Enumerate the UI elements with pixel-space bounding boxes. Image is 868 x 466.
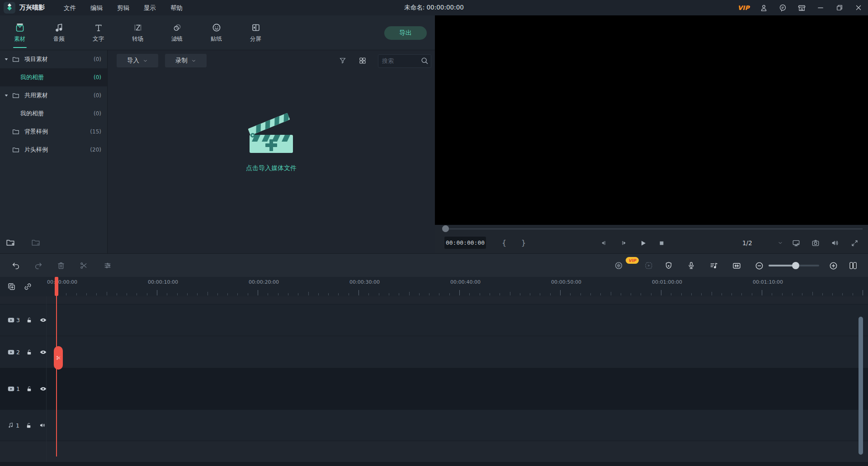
tree-item-project-media[interactable]: 项目素材 (0) <box>0 50 107 68</box>
search-icon[interactable] <box>420 56 429 65</box>
zoom-out-icon[interactable] <box>754 261 764 271</box>
add-track-icon[interactable] <box>6 282 16 292</box>
snapshot-camera-icon[interactable] <box>810 238 821 248</box>
tab-audio[interactable]: 音频 <box>39 15 79 50</box>
tree-item-my-album-project[interactable]: 我的相册 (0) <box>0 68 107 86</box>
feedback-icon[interactable] <box>773 0 792 15</box>
delete-icon[interactable] <box>56 261 66 271</box>
render-preview-icon[interactable] <box>614 261 624 271</box>
video-track-1[interactable]: 1 <box>0 368 868 410</box>
mark-out-button[interactable]: } <box>518 237 529 248</box>
display-device-icon[interactable] <box>791 238 802 248</box>
app-logo-icon <box>4 2 15 14</box>
play-button[interactable] <box>637 238 648 248</box>
dual-panel-toggle-icon[interactable] <box>848 261 858 271</box>
seek-handle[interactable] <box>442 225 449 232</box>
audio-track-icon <box>7 421 14 429</box>
preview-controls: 00:00:00:00 { } 1/2 <box>435 233 868 253</box>
tab-splitscreen[interactable]: 分屏 <box>236 15 275 50</box>
playhead-head[interactable] <box>55 277 58 296</box>
tree-item-shared-media[interactable]: 共用素材 (0) <box>0 86 107 105</box>
tree-item-my-album-shared[interactable]: 我的相册 (0) <box>0 105 107 123</box>
menu-view[interactable]: 显示 <box>137 0 163 15</box>
tree-item-intro-samples[interactable]: 片头样例 (20) <box>0 141 107 159</box>
export-button[interactable]: 导出 <box>384 26 427 40</box>
expand-caret-icon[interactable] <box>4 57 9 62</box>
media-browser: 导入 录制 <box>108 50 435 253</box>
import-button[interactable]: 导入 <box>117 54 158 67</box>
tab-filter[interactable]: 滤镜 <box>157 15 197 50</box>
auto-play-render-icon[interactable] <box>644 261 654 271</box>
video-viewport[interactable] <box>435 15 868 225</box>
link-clips-icon[interactable] <box>23 282 33 292</box>
tab-sticker[interactable]: 贴纸 <box>197 15 236 50</box>
split-scissors-icon[interactable] <box>79 261 89 271</box>
mark-in-button[interactable]: { <box>498 237 510 248</box>
import-media-empty-state[interactable]: 点击导入媒体文件 <box>108 109 435 172</box>
restore-button[interactable] <box>830 0 849 15</box>
zoom-slider-handle[interactable] <box>792 262 799 269</box>
lock-track-icon[interactable] <box>26 385 33 393</box>
timeline-zoom-slider[interactable] <box>769 265 819 266</box>
audio-mixer-icon[interactable] <box>709 261 719 271</box>
fullscreen-icon[interactable] <box>849 238 860 248</box>
chevron-down-icon <box>778 240 783 246</box>
menu-edit[interactable]: 编辑 <box>83 0 110 15</box>
previous-frame-button[interactable] <box>599 238 609 248</box>
close-button[interactable] <box>849 0 868 15</box>
menu-bar: 文件 编辑 剪辑 显示 帮助 <box>57 0 190 15</box>
chevron-down-icon <box>191 58 196 63</box>
record-voiceover-mic-icon[interactable] <box>686 261 696 271</box>
account-icon[interactable] <box>754 0 773 15</box>
menu-clip[interactable]: 剪辑 <box>110 0 137 15</box>
stop-button[interactable] <box>656 238 667 248</box>
video-track-3-header: 3 <box>0 304 46 336</box>
add-folder-icon[interactable] <box>5 238 15 247</box>
video-track-3[interactable]: 3 <box>0 304 868 336</box>
preview-page-select[interactable]: 1/2 <box>737 237 787 249</box>
lock-track-icon[interactable] <box>26 317 33 324</box>
grid-view-icon[interactable] <box>357 55 368 66</box>
playhead-split-handle[interactable] <box>54 346 63 370</box>
timeline-ruler[interactable]: 00:00:00:00 00:00:10:00 00:00:20:00 00:0… <box>0 277 868 297</box>
library-panel: 素材 音频 文字 转场 滤镜 贴纸 分屏 导出 <box>0 15 435 253</box>
tab-text[interactable]: 文字 <box>79 15 118 50</box>
mute-speaker-icon[interactable] <box>39 421 46 429</box>
adjust-properties-icon[interactable] <box>103 261 113 271</box>
expand-caret-icon[interactable] <box>4 93 9 98</box>
search-box[interactable] <box>378 54 431 68</box>
tab-media[interactable]: 素材 <box>0 15 39 50</box>
timeline-area: 00:00:00:00 00:00:10:00 00:00:20:00 00:0… <box>0 277 868 466</box>
store-icon[interactable] <box>792 0 811 15</box>
undo-icon[interactable] <box>11 261 21 271</box>
folder-icon <box>12 91 20 100</box>
timeline-empty-strip[interactable] <box>0 441 868 462</box>
timeline-drop-strip[interactable] <box>0 296 868 304</box>
tab-transition[interactable]: 转场 <box>118 15 157 50</box>
zoom-in-icon[interactable] <box>828 261 838 271</box>
timeline-vertical-scrollbar[interactable] <box>859 317 863 455</box>
seek-track[interactable] <box>448 228 863 229</box>
video-track-2-header: 2 <box>0 336 46 368</box>
record-button[interactable]: 录制 <box>165 54 207 67</box>
tree-item-background-samples[interactable]: 背景样例 (15) <box>0 123 107 141</box>
mask-shield-icon[interactable] <box>664 261 674 271</box>
search-input[interactable] <box>378 55 421 67</box>
video-track-2[interactable]: 2 <box>0 336 868 368</box>
filter-icon[interactable] <box>337 55 348 66</box>
menu-file[interactable]: 文件 <box>57 0 83 15</box>
folder-icon <box>12 55 20 63</box>
redo-icon[interactable] <box>33 261 43 271</box>
minimize-button[interactable] <box>811 0 830 15</box>
volume-icon[interactable] <box>830 238 840 248</box>
zoom-to-fit-icon[interactable] <box>731 261 741 271</box>
vip-button[interactable]: VIP <box>733 0 754 15</box>
audio-track-1[interactable]: 1 <box>0 410 868 441</box>
menu-help[interactable]: 帮助 <box>163 0 190 15</box>
delete-folder-icon[interactable] <box>31 238 41 247</box>
current-timecode[interactable]: 00:00:00:00 <box>444 237 486 249</box>
lock-track-icon[interactable] <box>25 422 32 429</box>
lock-track-icon[interactable] <box>26 348 33 356</box>
preview-seek-bar[interactable] <box>435 225 868 233</box>
next-frame-button[interactable] <box>618 238 629 248</box>
